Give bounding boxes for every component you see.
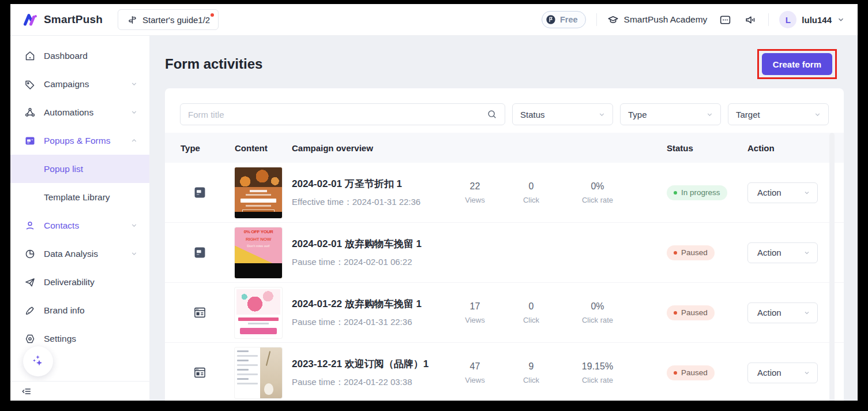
app-window: SmartPush Starter's guide1/2 Free <box>10 4 858 401</box>
chevron-down-icon <box>130 222 138 229</box>
sidebar-item-label: Brand info <box>44 305 85 316</box>
campaign-title[interactable]: 2024-02-01 万圣节折扣 1 <box>292 177 448 190</box>
avatar: L <box>779 11 796 28</box>
guide-button-label: Starter's guide1/2 <box>142 15 210 25</box>
status-filter-label: Status <box>520 110 545 119</box>
table-row: 2023-12-21 欢迎订阅（品牌）1 Pause time：2024-01-… <box>165 343 844 401</box>
action-dropdown[interactable]: Action <box>747 302 818 323</box>
collapse-sidebar-icon[interactable] <box>19 384 34 399</box>
status-badge: Paused <box>667 245 715 260</box>
views-stat <box>448 251 502 255</box>
academy-label: SmartPush Academy <box>624 14 708 25</box>
campaign-thumbnail[interactable]: 0% OFF YOUR RIGHT NOW Don't miss out! <box>235 227 282 278</box>
campaign-title[interactable]: 2024-02-01 放弃购物车挽留 1 <box>292 237 448 251</box>
type-filter-select[interactable]: Type <box>620 103 721 125</box>
brand-logo[interactable]: SmartPush <box>23 12 103 27</box>
chevron-down-icon <box>803 309 810 316</box>
campaign-thumbnail[interactable] <box>235 348 282 398</box>
sidebar-item-popup-list[interactable]: Popup list <box>10 155 149 183</box>
status-badge: Paused <box>667 305 715 320</box>
form-activities-card: Status Type Target Type Content Campaign… <box>165 88 844 401</box>
sidebar-item-automations[interactable]: Automations <box>10 98 149 126</box>
chevron-down-icon <box>598 111 606 118</box>
column-header-status: Status <box>667 143 747 153</box>
search-input[interactable] <box>188 110 487 119</box>
settings-gear-icon <box>24 333 36 345</box>
feedback-chat-icon[interactable] <box>717 12 732 27</box>
graduation-cap-icon <box>607 14 619 25</box>
action-dropdown[interactable]: Action <box>747 363 818 383</box>
chevron-down-icon <box>130 80 138 88</box>
campaign-title[interactable]: 2024-01-22 放弃购物车挽留 1 <box>292 297 448 311</box>
starter-guide-button[interactable]: Starter's guide1/2 <box>118 9 219 30</box>
target-filter-select[interactable]: Target <box>728 103 829 125</box>
plan-badge-label: Free <box>560 15 578 24</box>
campaign-time: Effective time：2024-01-31 22:36 <box>292 197 448 208</box>
sidebar-item-campaigns[interactable]: Campaigns <box>10 70 149 98</box>
click-stat: 0Click <box>502 301 560 324</box>
search-icon[interactable] <box>487 109 497 119</box>
action-dropdown[interactable]: Action <box>747 242 818 263</box>
main-content: Form activities Create form Status <box>150 36 858 401</box>
brand-name: SmartPush <box>44 13 103 26</box>
status-filter-select[interactable]: Status <box>512 103 613 125</box>
chevron-down-icon <box>837 16 845 24</box>
click-rate-stat: 19.15%Click rate <box>560 361 635 384</box>
chevron-down-icon <box>803 249 810 256</box>
sidebar-item-deliverability[interactable]: Deliverability <box>10 268 149 296</box>
sidebar-item-dashboard[interactable]: Dashboard <box>10 42 149 70</box>
page-title: Form activities <box>165 56 262 72</box>
campaign-thumbnail[interactable] <box>235 167 282 218</box>
sparkles-icon <box>29 353 47 370</box>
sidebar-item-label: Campaigns <box>44 79 89 89</box>
campaign-title[interactable]: 2023-12-21 欢迎订阅（品牌）1 <box>292 357 448 371</box>
sidebar-item-brand-info[interactable]: Brand info <box>10 296 149 324</box>
status-badge: Paused <box>667 365 715 380</box>
click-stat: 9Click <box>502 361 560 384</box>
sidebar-item-label: Dashboard <box>44 51 88 61</box>
views-stat: 17Views <box>448 301 502 324</box>
click-stat <box>502 251 560 255</box>
sidebar-item-template-library[interactable]: Template Library <box>10 183 149 211</box>
campaign-thumbnail[interactable] <box>235 287 282 338</box>
ai-assistant-button[interactable] <box>23 346 53 376</box>
click-rate-stat <box>560 251 635 255</box>
chevron-down-icon <box>803 369 810 376</box>
home-icon <box>24 50 36 62</box>
automation-nodes-icon <box>24 107 36 118</box>
form-type-icon <box>194 307 206 319</box>
plan-badge[interactable]: Free <box>542 11 586 28</box>
announcement-icon[interactable] <box>743 12 758 27</box>
sidebar-item-label: Template Library <box>44 192 110 203</box>
table-row: 2024-02-01 万圣节折扣 1 Effective time：2024-0… <box>165 163 844 223</box>
notification-dot <box>211 13 214 17</box>
paper-plane-icon <box>24 277 36 288</box>
chevron-down-icon <box>130 250 138 257</box>
sidebar-item-label: Automations <box>44 107 93 118</box>
plan-flag-icon <box>546 14 556 25</box>
search-box <box>180 103 505 125</box>
brush-icon <box>24 305 36 316</box>
sidebar-item-label: Popups & Forms <box>44 136 110 146</box>
tag-icon <box>24 79 36 90</box>
popup-window-icon <box>24 135 36 147</box>
sidebar-item-popups-forms[interactable]: Popups & Forms <box>10 126 149 155</box>
user-menu[interactable]: L lulu144 <box>779 11 845 28</box>
table-row: 2024-01-22 放弃购物车挽留 1 Pause time：2024-01-… <box>165 283 844 343</box>
smartpush-logo-icon <box>23 12 38 27</box>
chevron-down-icon <box>130 109 138 116</box>
academy-link[interactable]: SmartPush Academy <box>607 14 708 25</box>
table-scrollbar[interactable] <box>829 133 835 401</box>
sidebar-item-contacts[interactable]: Contacts <box>10 211 149 240</box>
column-header-type: Type <box>181 143 235 153</box>
create-form-button[interactable]: Create form <box>762 53 832 75</box>
action-dropdown[interactable]: Action <box>747 182 818 203</box>
sidebar-item-label: Popup list <box>44 164 83 174</box>
table-row: 0% OFF YOUR RIGHT NOW Don't miss out! 20… <box>165 223 844 283</box>
popup-type-icon <box>194 246 206 259</box>
click-stat: 0Click <box>502 181 560 204</box>
campaign-time: Pause time：2024-02-01 06:22 <box>292 257 448 268</box>
click-rate-stat: 0%Click rate <box>560 301 635 324</box>
campaign-time: Pause time：2024-01-31 22:36 <box>292 317 448 328</box>
sidebar-item-data-analysis[interactable]: Data Analysis <box>10 240 149 268</box>
